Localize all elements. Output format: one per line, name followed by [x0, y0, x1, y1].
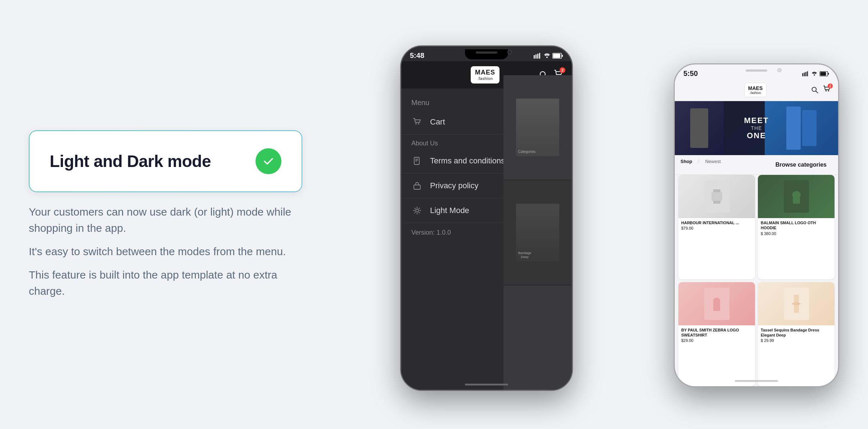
banner-left-img	[675, 101, 724, 155]
svg-rect-14	[414, 157, 419, 164]
front-time: 5:48	[410, 51, 424, 60]
svg-line-26	[415, 212, 415, 213]
front-logo-fashion: .fashion	[475, 76, 495, 81]
back-phone-home-indicator	[735, 380, 778, 382]
phones-section: 5:48 MAES .fashion	[371, 35, 839, 394]
back-phone-notch	[735, 67, 778, 77]
back-time: 5:50	[683, 69, 698, 78]
svg-point-39	[828, 90, 829, 91]
svg-rect-18	[414, 185, 420, 189]
back-logo-maes: MAES	[748, 85, 763, 91]
product-price-3: $29.00	[681, 338, 752, 343]
svg-point-38	[826, 90, 827, 91]
strip-item-3	[503, 285, 572, 390]
nav-shop[interactable]: Shop	[681, 159, 692, 171]
svg-rect-28	[802, 73, 803, 76]
svg-rect-45	[713, 302, 720, 311]
description-1: Your customers can now use dark (or ligh…	[29, 204, 302, 236]
product-img-4	[758, 282, 835, 325]
product-card-4[interactable]: Tassel Sequins Bandage Dress Elegant Dee…	[758, 282, 835, 387]
front-phone-notch	[465, 49, 508, 59]
svg-point-19	[416, 209, 419, 212]
back-logo-fashion: .fashion	[748, 91, 763, 95]
front-phone-home-indicator	[465, 384, 508, 385]
svg-rect-7	[562, 55, 563, 57]
svg-point-4	[546, 57, 548, 58]
svg-rect-41	[711, 192, 722, 201]
svg-line-27	[419, 208, 420, 209]
banner-text-one: ONE	[744, 131, 769, 140]
front-logo: MAES .fashion	[471, 66, 499, 83]
check-circle-icon	[256, 148, 281, 174]
svg-rect-34	[820, 72, 826, 76]
svg-rect-29	[804, 72, 805, 76]
front-status-icons	[534, 53, 563, 59]
product-price-1: $79.00	[681, 226, 752, 230]
right-strip: Categories BandageDeep	[503, 75, 572, 390]
banner-text-meet: MEET	[744, 116, 769, 125]
strip-item-2: BandageDeep	[503, 180, 572, 285]
banner-text-block: MEET THE ONE	[744, 116, 769, 140]
product-price-2: $ 380.00	[761, 231, 832, 236]
back-search-icon[interactable]	[811, 86, 819, 94]
front-phone-speaker	[476, 51, 497, 54]
front-logo-maes: MAES	[475, 69, 495, 76]
product-card-1[interactable]: HARBOUR INTERNATIONAL ... $79.00	[678, 175, 755, 279]
product-name-1: HARBOUR INTERNATIONAL ...	[681, 220, 752, 225]
lightmode-icon	[411, 205, 423, 216]
product-grid: HARBOUR INTERNATIONAL ... $79.00 BALMAIN…	[675, 175, 838, 386]
back-phone-speaker	[746, 69, 767, 72]
back-app-header: MAES .fashion 2	[675, 79, 838, 101]
back-phone-app: 5:50 MAES .fashion	[675, 64, 838, 386]
product-img-3	[678, 282, 755, 325]
product-info-1: HARBOUR INTERNATIONAL ... $79.00	[678, 218, 755, 232]
strip-item-1: Categories	[503, 75, 572, 180]
nav-separator: /	[698, 159, 700, 171]
product-card-3[interactable]: BY PAUL SMITH ZEBRA LOGO SWEATSHIRT $29.…	[678, 282, 755, 387]
cart-menu-icon	[411, 116, 423, 128]
svg-line-37	[816, 91, 818, 93]
product-img-2	[758, 175, 835, 218]
product-img-1	[678, 175, 755, 218]
banner-text-the: THE	[744, 125, 769, 131]
feature-title: Light and Dark mode	[50, 152, 211, 171]
svg-rect-6	[553, 54, 560, 58]
description-2: It's easy to switch between the modes fr…	[29, 243, 302, 259]
nav-newest[interactable]: Newest	[705, 159, 720, 171]
feature-card: Light and Dark mode	[29, 130, 302, 192]
svg-line-25	[419, 212, 420, 213]
terms-icon	[411, 155, 423, 167]
product-card-2[interactable]: BALMAIN SMALL LOGO OTH HOODIE $ 380.00	[758, 175, 835, 279]
cart-badge: 2	[560, 67, 565, 73]
svg-rect-1	[535, 54, 537, 59]
product-info-3: BY PAUL SMITH ZEBRA LOGO SWEATSHIRT $29.…	[678, 325, 755, 345]
privacy-icon	[411, 180, 423, 191]
banner: MEET THE ONE	[675, 101, 838, 155]
back-phone-camera	[777, 68, 782, 72]
svg-line-24	[415, 208, 415, 209]
left-content: Light and Dark mode Your customers can n…	[29, 130, 302, 299]
back-cart-badge: 2	[828, 83, 833, 89]
phone-back: 5:50 MAES .fashion	[674, 63, 839, 387]
description-block: Your customers can now use dark (or ligh…	[29, 204, 302, 299]
svg-rect-2	[537, 54, 538, 59]
product-info-4: Tassel Sequins Bandage Dress Elegant Dee…	[758, 325, 835, 345]
product-name-2: BALMAIN SMALL LOGO OTH HOODIE	[761, 220, 832, 231]
product-price-4: $ 29.99	[761, 338, 832, 343]
product-name-4: Tassel Sequins Bandage Dress Elegant Dee…	[761, 328, 832, 338]
product-name-3: BY PAUL SMITH ZEBRA LOGO SWEATSHIRT	[681, 328, 752, 338]
svg-rect-31	[807, 71, 808, 76]
nav-pills: Shop / Newest Browse categories	[675, 155, 838, 175]
svg-point-13	[418, 123, 419, 125]
svg-rect-3	[539, 53, 540, 59]
svg-point-12	[415, 123, 417, 125]
back-cart-wrapper[interactable]: 2	[823, 85, 831, 95]
browse-categories-label[interactable]: Browse categories	[770, 159, 832, 171]
back-logo: MAES .fashion	[744, 83, 767, 97]
phone-front: 5:48 MAES .fashion	[400, 45, 573, 391]
front-phone-camera	[507, 50, 512, 54]
svg-rect-30	[805, 72, 806, 76]
svg-rect-35	[828, 73, 829, 74]
product-info-2: BALMAIN SMALL LOGO OTH HOODIE $ 380.00	[758, 218, 835, 238]
description-3: This feature is built into the app templ…	[29, 267, 302, 299]
